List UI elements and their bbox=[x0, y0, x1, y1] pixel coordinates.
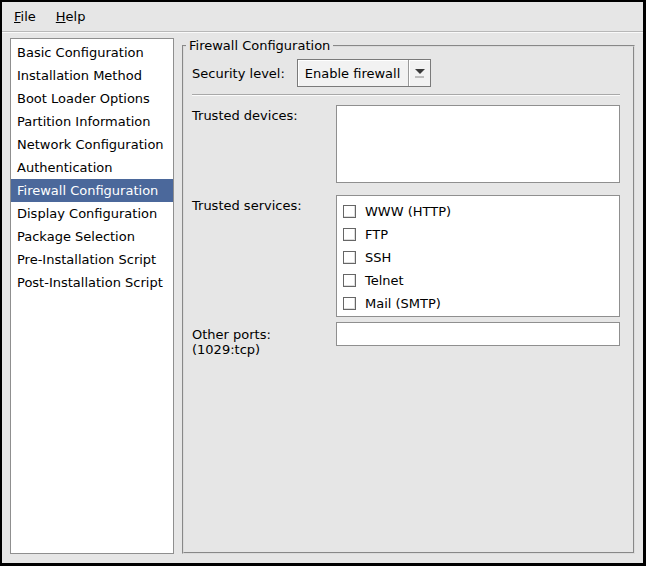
sidebar-item-label: Firewall Configuration bbox=[17, 183, 158, 198]
service-label: Mail (SMTP) bbox=[365, 296, 441, 311]
trusted-devices-row: Trusted devices: bbox=[192, 105, 620, 183]
sidebar-item-label: Pre-Installation Script bbox=[17, 252, 156, 267]
security-level-label: Security level: bbox=[192, 66, 285, 81]
sidebar-item-label: Installation Method bbox=[17, 68, 142, 83]
service-checkbox[interactable] bbox=[343, 228, 356, 241]
dropdown-arrow-icon bbox=[409, 69, 430, 78]
service-label: WWW (HTTP) bbox=[365, 204, 451, 219]
trusted-devices-listbox[interactable] bbox=[336, 105, 620, 183]
service-checkbox[interactable] bbox=[343, 205, 356, 218]
sidebar-item[interactable]: Pre-Installation Script bbox=[11, 248, 173, 271]
combobox-selected-value: Enable firewall bbox=[298, 66, 408, 81]
other-ports-input[interactable] bbox=[336, 322, 620, 346]
trusted-devices-label: Trusted devices: bbox=[192, 105, 336, 183]
trusted-services-listbox[interactable]: WWW (HTTP) FTP SSH bbox=[336, 195, 620, 317]
sidebar-item[interactable]: Display Configuration bbox=[11, 202, 173, 225]
frame-title: Firewall Configuration bbox=[186, 38, 333, 53]
service-checkbox[interactable] bbox=[343, 251, 356, 264]
sidebar-item[interactable]: Boot Loader Options bbox=[11, 87, 173, 110]
horizontal-separator bbox=[192, 94, 620, 96]
sidebar-item-label: Boot Loader Options bbox=[17, 91, 150, 106]
service-checkbox[interactable] bbox=[343, 297, 356, 310]
service-checkbox[interactable] bbox=[343, 274, 356, 287]
service-row[interactable]: SSH bbox=[337, 246, 619, 269]
sidebar-item[interactable]: Package Selection bbox=[11, 225, 173, 248]
sidebar-item[interactable]: Authentication bbox=[11, 156, 173, 179]
arrow-shadow bbox=[415, 76, 424, 78]
trusted-services-row: Trusted services: WWW (HTTP) FTP bbox=[192, 195, 620, 317]
menubar: File Help bbox=[2, 2, 643, 32]
sidebar-list[interactable]: Basic Configuration Installation Method … bbox=[10, 38, 174, 554]
sidebar-item-label: Partition Information bbox=[17, 114, 151, 129]
arrow-triangle bbox=[415, 69, 425, 74]
service-row[interactable]: WWW (HTTP) bbox=[337, 200, 619, 223]
trusted-services-label: Trusted services: bbox=[192, 195, 336, 317]
security-level-combobox[interactable]: Enable firewall bbox=[297, 59, 431, 87]
main-area: Basic Configuration Installation Method … bbox=[2, 32, 643, 563]
other-ports-label: Other ports: (1029:tcp) bbox=[192, 322, 336, 357]
service-row[interactable]: FTP bbox=[337, 223, 619, 246]
sidebar-item[interactable]: Network Configuration bbox=[11, 133, 173, 156]
sidebar-item[interactable]: Basic Configuration bbox=[11, 41, 173, 64]
menu-help[interactable]: Help bbox=[46, 2, 96, 31]
security-level-row: Security level: Enable firewall bbox=[192, 59, 620, 87]
firewall-configuration-frame: Firewall Configuration Security level: E… bbox=[182, 38, 635, 554]
service-label: FTP bbox=[365, 227, 388, 242]
sidebar-item-label: Post-Installation Script bbox=[17, 275, 163, 290]
service-row[interactable]: Mail (SMTP) bbox=[337, 292, 619, 315]
sidebar-item-label: Network Configuration bbox=[17, 137, 164, 152]
sidebar-item[interactable]: Post-Installation Script bbox=[11, 271, 173, 294]
frame-body: Security level: Enable firewall Trusted … bbox=[184, 53, 633, 357]
sidebar-item-label: Authentication bbox=[17, 160, 112, 175]
sidebar-item-label: Package Selection bbox=[17, 229, 135, 244]
service-label: SSH bbox=[365, 250, 391, 265]
sidebar-item[interactable]: Firewall Configuration bbox=[11, 179, 173, 202]
sidebar-item[interactable]: Installation Method bbox=[11, 64, 173, 87]
other-ports-row: Other ports: (1029:tcp) bbox=[192, 322, 620, 357]
service-label: Telnet bbox=[365, 273, 404, 288]
service-row[interactable]: Telnet bbox=[337, 269, 619, 292]
sidebar-item[interactable]: Partition Information bbox=[11, 110, 173, 133]
menu-file[interactable]: File bbox=[4, 2, 46, 31]
sidebar-item-label: Display Configuration bbox=[17, 206, 157, 221]
sidebar-item-label: Basic Configuration bbox=[17, 45, 144, 60]
app-window: File Help Basic Configuration Installati… bbox=[0, 0, 646, 566]
